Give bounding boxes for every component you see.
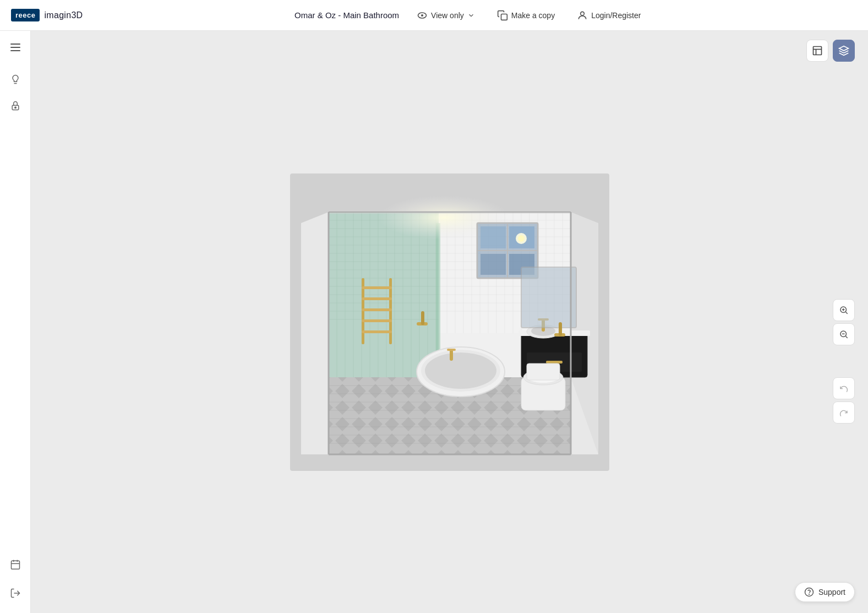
make-copy-button[interactable]: Make a copy bbox=[493, 8, 559, 23]
svg-rect-96 bbox=[481, 254, 506, 275]
bathroom-scene bbox=[285, 168, 615, 476]
menu-line-3 bbox=[10, 50, 20, 51]
zoom-out-button[interactable] bbox=[833, 323, 855, 345]
chevron-down-icon bbox=[467, 12, 475, 19]
exit-icon bbox=[10, 588, 21, 599]
bathroom-3d-view[interactable] bbox=[285, 168, 615, 476]
sidebar-item-exit[interactable] bbox=[4, 582, 26, 604]
undo-redo-controls bbox=[833, 377, 855, 424]
svg-rect-117 bbox=[546, 361, 563, 364]
3d-view-button[interactable] bbox=[833, 40, 855, 62]
svg-rect-112 bbox=[450, 350, 453, 361]
svg-rect-103 bbox=[362, 297, 392, 300]
sidebar-bottom bbox=[4, 551, 26, 606]
view-toggle-group bbox=[806, 40, 855, 62]
zoom-controls bbox=[833, 299, 855, 345]
user-icon bbox=[577, 10, 588, 21]
sidebar-item-schedule[interactable] bbox=[4, 554, 26, 576]
svg-rect-2 bbox=[501, 14, 507, 20]
lightbulb-icon bbox=[10, 74, 21, 85]
sidebar-item-lock[interactable] bbox=[4, 95, 26, 117]
svg-point-111 bbox=[425, 352, 496, 389]
menu-line-2 bbox=[10, 47, 20, 48]
floor-plan-icon bbox=[812, 45, 823, 56]
header-center: Omar & Oz - Main Bathroom View only Make… bbox=[83, 8, 857, 23]
svg-rect-108 bbox=[421, 311, 424, 325]
svg-rect-106 bbox=[362, 330, 392, 333]
sidebar bbox=[0, 31, 31, 613]
sidebar-menu-button[interactable] bbox=[6, 37, 25, 57]
calendar-icon bbox=[10, 559, 21, 570]
svg-point-1 bbox=[421, 14, 423, 16]
redo-button[interactable] bbox=[833, 402, 855, 424]
undo-button[interactable] bbox=[833, 377, 855, 399]
make-copy-label: Make a copy bbox=[511, 11, 555, 20]
svg-rect-105 bbox=[362, 319, 392, 322]
support-label: Support bbox=[818, 588, 845, 596]
reece-logo: reece bbox=[11, 9, 40, 21]
sidebar-item-ideas[interactable] bbox=[4, 68, 26, 90]
svg-rect-102 bbox=[362, 286, 392, 289]
redo-icon bbox=[839, 408, 848, 417]
support-icon bbox=[804, 587, 814, 597]
svg-line-136 bbox=[845, 312, 847, 313]
floor-plan-view-button[interactable] bbox=[806, 40, 828, 62]
svg-rect-123 bbox=[521, 267, 576, 328]
view-only-button[interactable]: View only bbox=[412, 8, 479, 23]
svg-rect-113 bbox=[447, 349, 456, 351]
svg-line-140 bbox=[845, 336, 847, 338]
view-only-label: View only bbox=[431, 11, 464, 20]
zoom-in-icon bbox=[839, 305, 849, 315]
support-button[interactable]: Support bbox=[795, 582, 855, 602]
header: reece imagin3D Omar & Oz - Main Bathroom… bbox=[0, 0, 868, 31]
copy-icon bbox=[497, 10, 508, 21]
login-register-button[interactable]: Login/Register bbox=[572, 8, 645, 23]
svg-rect-94 bbox=[481, 226, 506, 248]
svg-point-5 bbox=[14, 107, 16, 109]
svg-rect-6 bbox=[11, 561, 19, 569]
svg-rect-104 bbox=[362, 308, 392, 311]
zoom-in-button[interactable] bbox=[833, 299, 855, 321]
svg-rect-127 bbox=[527, 364, 560, 380]
svg-rect-129 bbox=[559, 322, 562, 336]
lock-icon bbox=[10, 100, 21, 111]
logo-area: reece imagin3D bbox=[11, 9, 83, 21]
svg-point-99 bbox=[518, 235, 525, 242]
eye-icon bbox=[417, 10, 428, 21]
cube-icon bbox=[838, 45, 849, 56]
project-title: Omar & Oz - Main Bathroom bbox=[294, 10, 399, 20]
svg-rect-11 bbox=[814, 47, 822, 55]
login-register-label: Login/Register bbox=[591, 11, 641, 20]
menu-line-1 bbox=[10, 44, 20, 45]
undo-icon bbox=[839, 384, 848, 393]
zoom-out-icon bbox=[839, 329, 849, 339]
imagin3d-logo: imagin3D bbox=[44, 10, 83, 20]
main-content: Support bbox=[31, 31, 868, 613]
svg-point-3 bbox=[581, 12, 585, 15]
